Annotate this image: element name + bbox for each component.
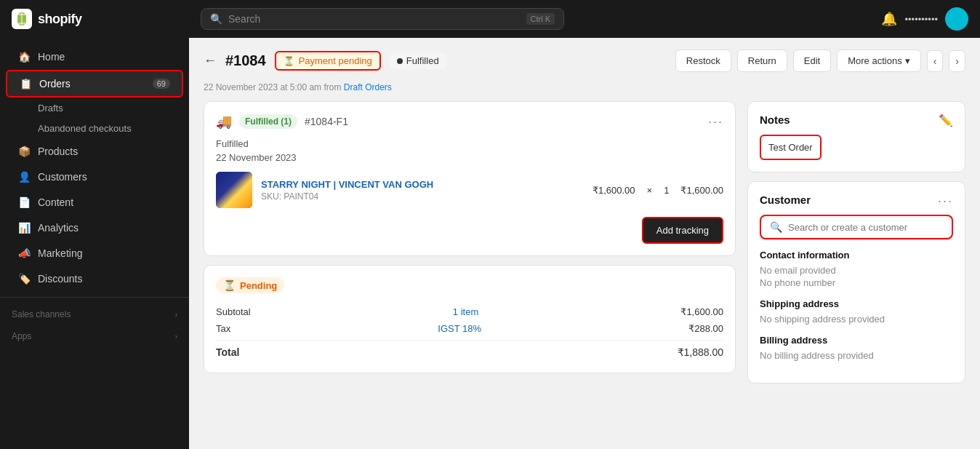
main-content: 🔍 Search Ctrl K 🔔 •••••••••• ← #1084 ⏳ P…: [189, 0, 980, 449]
customer-more-icon[interactable]: ···: [938, 194, 953, 209]
more-actions-button[interactable]: More actions ▾: [837, 49, 920, 72]
pending-card: ⏳ Pending Subtotal 1 item ₹1,600.00 Tax …: [204, 265, 736, 373]
edit-note-icon[interactable]: ✏️: [939, 114, 953, 127]
search-bar[interactable]: 🔍 Search Ctrl K: [201, 8, 564, 30]
product-unit-price: ₹1,600.00: [593, 185, 635, 196]
product-sku: SKU: PAINT04: [261, 191, 584, 202]
topbar: 🔍 Search Ctrl K 🔔 ••••••••••: [189, 0, 980, 38]
next-order-button[interactable]: ›: [949, 50, 965, 72]
chevron-right-icon-apps: ›: [175, 333, 177, 341]
chevron-right-icon: ›: [175, 311, 177, 319]
sidebar: shopify 🏠 Home 📋 Orders 69 Drafts Abando…: [0, 0, 189, 449]
sidebar-item-analytics[interactable]: 📊 Analytics: [6, 215, 183, 240]
sidebar-item-discounts[interactable]: 🏷️ Discounts: [6, 266, 183, 291]
subtotal-value: ₹1,600.00: [680, 306, 723, 317]
fulfilled-badge: Fulfilled (1): [239, 114, 297, 129]
chevron-down-icon: ▾: [905, 55, 910, 66]
home-icon: 🏠: [17, 50, 31, 63]
add-tracking-button[interactable]: Add tracking: [642, 217, 723, 244]
tax-row: Tax IGST 18% ₹288.00: [216, 320, 723, 337]
back-button[interactable]: ←: [204, 53, 217, 68]
sidebar-label-products: Products: [38, 146, 78, 157]
sidebar-item-abandoned[interactable]: Abandoned checkouts: [6, 119, 183, 138]
pending-label: Pending: [240, 280, 277, 291]
total-row: Total ₹1,888.00: [216, 340, 723, 361]
product-total-price: ₹1,600.00: [680, 185, 723, 196]
sidebar-item-products[interactable]: 📦 Products: [6, 139, 183, 164]
fulfillment-status-label: Fulfilled: [406, 55, 439, 66]
sidebar-label-marketing: Marketing: [38, 247, 82, 259]
bell-icon[interactable]: 🔔: [881, 11, 897, 27]
fulfillment-status-badge: Fulfilled: [390, 52, 446, 69]
col-side: Notes ✏️ Test Order ··· Customer 🔍 Conta…: [747, 101, 965, 437]
restock-button[interactable]: Restock: [675, 49, 731, 72]
tax-value: ₹288.00: [688, 323, 723, 334]
tax-name: IGST 18%: [438, 323, 481, 334]
order-source-link[interactable]: Draft Orders: [344, 82, 392, 92]
product-thumbnail: [216, 172, 252, 208]
search-placeholder: Search: [228, 13, 260, 25]
notes-title: Notes: [760, 114, 953, 126]
discounts-icon: 🏷️: [17, 272, 31, 285]
billing-title: Billing address: [760, 335, 953, 346]
content-icon: 📄: [17, 196, 31, 209]
sidebar-apps[interactable]: Apps ›: [0, 325, 189, 347]
order-date-text: 22 November 2023 at 5:00 am: [204, 82, 321, 92]
shipping-title: Shipping address: [760, 298, 953, 309]
sidebar-label-content: Content: [38, 196, 73, 208]
fulfilled-more-icon[interactable]: ···: [708, 114, 723, 130]
more-actions-label: More actions: [848, 55, 901, 66]
prev-order-button[interactable]: ‹: [927, 50, 944, 72]
sidebar-label-home: Home: [38, 51, 65, 63]
sidebar-header: shopify: [0, 0, 189, 38]
avatar[interactable]: [945, 7, 968, 31]
fulfilled-order-id: #1084-F1: [305, 116, 348, 127]
payment-pending-icon: ⏳: [284, 56, 294, 66]
two-col-layout: 🚚 Fulfilled (1) #1084-F1 ··· Fulfilled 2…: [204, 101, 965, 437]
product-details: STARRY NIGHT | VINCENT VAN GOGH SKU: PAI…: [261, 179, 584, 202]
sidebar-item-marketing[interactable]: 📣 Marketing: [6, 241, 183, 266]
customers-icon: 👤: [17, 170, 31, 183]
sidebar-nav: 🏠 Home 📋 Orders 69 Drafts Abandoned chec…: [0, 38, 189, 449]
subtotal-label: Subtotal: [216, 306, 251, 317]
app-logo[interactable]: shopify: [12, 9, 82, 29]
sidebar-label-orders: Orders: [39, 78, 71, 90]
payment-status-badge: ⏳ Payment pending: [275, 51, 381, 71]
order-header-actions: Restock Return Edit More actions ▾ ‹ ›: [675, 49, 965, 72]
sidebar-item-home[interactable]: 🏠 Home: [6, 44, 183, 69]
contact-section: Contact information No email provided No…: [760, 250, 953, 288]
total-label: Total: [216, 346, 239, 358]
truck-icon: 🚚: [216, 114, 232, 130]
sidebar-item-drafts[interactable]: Drafts: [6, 98, 183, 118]
sidebar-item-customers[interactable]: 👤 Customers: [6, 164, 183, 189]
sidebar-item-content[interactable]: 📄 Content: [6, 190, 183, 215]
product-price-section: ₹1,600.00 × 1 ₹1,600.00: [593, 185, 723, 196]
no-billing-text: No billing address provided: [760, 350, 953, 361]
product-name[interactable]: STARRY NIGHT | VINCENT VAN GOGH: [261, 179, 584, 190]
app-name: shopify: [38, 12, 82, 27]
contact-info-title: Contact information: [760, 250, 953, 261]
search-customer-input[interactable]: [788, 222, 943, 233]
sidebar-item-orders[interactable]: 📋 Orders 69: [6, 70, 183, 98]
return-button[interactable]: Return: [737, 49, 787, 72]
total-value: ₹1,888.00: [678, 346, 724, 358]
sidebar-sales-channels[interactable]: Sales channels ›: [0, 303, 189, 325]
payment-status-label: Payment pending: [299, 55, 372, 66]
orders-icon: 📋: [19, 77, 32, 90]
products-icon: 📦: [17, 145, 31, 158]
sidebar-label-discounts: Discounts: [38, 273, 82, 285]
search-customer-field[interactable]: 🔍: [760, 215, 953, 239]
fulfilled-card: 🚚 Fulfilled (1) #1084-F1 ··· Fulfilled 2…: [204, 101, 736, 256]
sidebar-label-customers: Customers: [38, 171, 87, 183]
sidebar-label-analytics: Analytics: [38, 222, 79, 234]
order-header: ← #1084 ⏳ Payment pending Fulfilled Rest…: [204, 49, 965, 72]
sidebar-label-abandoned: Abandoned checkouts: [38, 123, 132, 134]
no-email-text: No email provided: [760, 265, 953, 276]
edit-button[interactable]: Edit: [793, 49, 831, 72]
shipping-section: Shipping address No shipping address pro…: [760, 298, 953, 325]
billing-section: Billing address No billing address provi…: [760, 335, 953, 361]
note-content: Test Order: [760, 135, 822, 160]
subtotal-qty: 1 item: [453, 306, 478, 317]
order-source-prefix: from: [324, 82, 343, 92]
sidebar-divider: [0, 297, 189, 298]
